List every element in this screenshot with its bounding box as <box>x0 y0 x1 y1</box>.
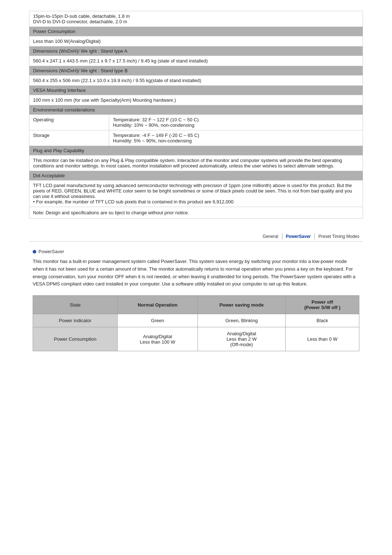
section-header-label: VESA Mounting Interface <box>29 86 363 95</box>
col-state: State <box>33 296 118 314</box>
power-consumption-normal: Analog/DigitalLess than 100 W <box>118 327 198 351</box>
tab-preset-timing[interactable]: Preset Timing Modes <box>315 233 363 240</box>
dim-a-value: 560.4 x 247.1 x 443.5 mm (22.1 x 9.7 x 1… <box>29 56 363 66</box>
plug-play-text-row: This monitor can be installed on any Plu… <box>29 155 363 171</box>
powersaver-body: This monitor has a built-in power manage… <box>33 258 359 288</box>
tab-powersaver[interactable]: PowerSaver <box>282 233 315 240</box>
row-label-power-consumption: Power Consumption <box>33 327 118 351</box>
section-env: Environmental considerations <box>29 105 363 115</box>
power-consumption-value-row: Less than 100 W(Analog/Digital) <box>29 36 363 46</box>
power-consumption-value: Less than 100 W(Analog/Digital) <box>29 36 363 46</box>
section-header-label: Dimensions (WxDxH)/ We ight : Stand type… <box>29 66 363 76</box>
section-vesa: VESA Mounting Interface <box>29 86 363 95</box>
section-header-label: Plug and Play Capability <box>29 146 363 155</box>
dim-a-value-row: 560.4 x 247.1 x 443.5 mm (22.1 x 9.7 x 1… <box>29 56 363 66</box>
nav-tabs: General PowerSaver Preset Timing Modes <box>29 233 363 242</box>
cable-row: 15pin-to-15pin D-sub cable, detachable, … <box>29 11 363 27</box>
env-storage-label: Storage <box>29 130 109 146</box>
col-power-off: Power off(Power S/W off ) <box>285 296 359 314</box>
note-text: Note: Design and specifications are su b… <box>29 207 363 219</box>
section-header-label: Dot Acceptable <box>29 171 363 181</box>
power-state-table: State Normal Operation Power saving mode… <box>33 295 359 351</box>
note-row: Note: Design and specifications are su b… <box>29 207 363 219</box>
section-dim-b: Dimensions (WxDxH)/ We ight : Stand type… <box>29 66 363 76</box>
env-operating-label: Operating <box>29 115 109 130</box>
blue-dot-icon <box>33 250 36 254</box>
powersaver-header: PowerSaver <box>33 249 359 254</box>
specs-table: 15pin-to-15pin D-sub cable, detachable, … <box>29 11 363 219</box>
env-operating-row: Operating Temperature: 32 F ~ 122 F (10 … <box>29 115 363 130</box>
power-indicator-row: Power indicator Green Green, Blinking Bl… <box>33 314 359 327</box>
col-normal-operation: Normal Operation <box>118 296 198 314</box>
plug-play-text: This monitor can be installed on any Plu… <box>29 155 363 171</box>
powersaver-title: PowerSaver <box>38 249 64 254</box>
section-header-label: Environmental considerations <box>29 105 363 115</box>
dot-acceptable-text-row: TFT LCD panel manufactured by using adva… <box>29 181 363 207</box>
section-power-consumption: Power Consumption <box>29 27 363 36</box>
col-power-saving: Power saving mode <box>197 296 285 314</box>
power-consumption-row: Power Consumption Analog/DigitalLess tha… <box>33 327 359 351</box>
dim-b-value-row: 560.4 x 255 x 506 mm (22.1 x 10.0 x 19.9… <box>29 76 363 86</box>
row-label-power-indicator: Power indicator <box>33 314 118 327</box>
env-storage-value: Temperature: -4 F ~ 149 F (-20 C ~ 65 C)… <box>109 130 363 146</box>
tab-general[interactable]: General <box>259 233 282 240</box>
dot-acceptable-text: TFT LCD panel manufactured by using adva… <box>29 181 363 207</box>
cable-text: 15pin-to-15pin D-sub cable, detachable, … <box>29 11 363 27</box>
power-table-header-row: State Normal Operation Power saving mode… <box>33 296 359 314</box>
section-header-label: Dimensions (WxDxH)/ We ight : Stand type… <box>29 46 363 56</box>
power-consumption-saving: Analog/DigitalLess than 2 W(Off-mode) <box>197 327 285 351</box>
dim-b-value: 560.4 x 255 x 506 mm (22.1 x 10.0 x 19.9… <box>29 76 363 86</box>
env-operating-value: Temperature: 32 F ~ 122 F (10 C ~ 50 C) … <box>109 115 363 130</box>
env-storage-row: Storage Temperature: -4 F ~ 149 F (-20 C… <box>29 130 363 146</box>
section-plug-play: Plug and Play Capability <box>29 146 363 155</box>
power-indicator-normal: Green <box>118 314 198 327</box>
section-dim-a: Dimensions (WxDxH)/ We ight : Stand type… <box>29 46 363 56</box>
power-indicator-saving: Green, Blinking <box>197 314 285 327</box>
powersaver-section: PowerSaver This monitor has a built-in p… <box>29 249 363 351</box>
power-indicator-off: Black <box>285 314 359 327</box>
section-header-label: Power Consumption <box>29 27 363 36</box>
vesa-value: 100 mm x 100 mm (for use with Specialty(… <box>29 95 363 105</box>
section-dot-acceptable: Dot Acceptable <box>29 171 363 181</box>
power-consumption-off: Less than 0 W <box>285 327 359 351</box>
vesa-value-row: 100 mm x 100 mm (for use with Specialty(… <box>29 95 363 105</box>
